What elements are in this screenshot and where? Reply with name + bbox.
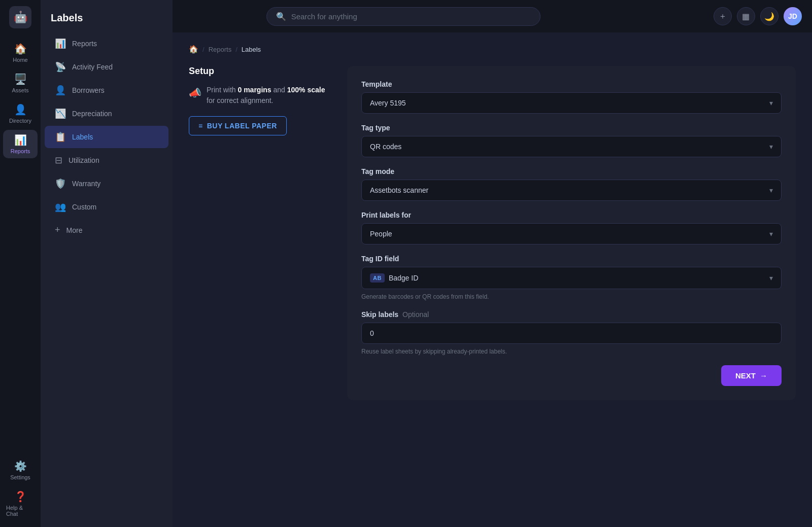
directory-icon: 👤 — [14, 103, 27, 116]
breadcrumb-reports[interactable]: Reports — [209, 46, 232, 53]
left-navigation: 🤖 🏠 Home 🖥️ Assets 👤 Directory 📊 Reports… — [0, 0, 41, 527]
avatar[interactable]: JD — [784, 7, 802, 25]
sub-nav-labels[interactable]: 📋 Labels — [45, 126, 168, 148]
search-placeholder: Search for anything — [291, 12, 357, 21]
tag-type-label: Tag type — [361, 124, 782, 132]
setup-info: 📣 Print with 0 margins and 100% scale fo… — [189, 85, 331, 106]
breadcrumb-labels: Labels — [242, 46, 261, 53]
settings-icon: ⚙️ — [14, 460, 27, 472]
chevron-down-icon: ▾ — [769, 274, 773, 282]
sub-nav-more[interactable]: + More — [45, 219, 168, 241]
tag-id-hint: Generate barcodes or QR codes from this … — [361, 293, 782, 300]
next-button-label: NEXT — [735, 371, 756, 380]
next-button[interactable]: NEXT → — [721, 365, 782, 386]
sub-nav-label: Utilization — [69, 156, 99, 164]
dark-mode-button[interactable]: 🌙 — [760, 7, 779, 25]
add-button[interactable]: ＋ — [714, 7, 732, 25]
tag-mode-group: Tag mode Assetbots scanner ▾ — [361, 167, 782, 201]
reports-icon: 📊 — [14, 134, 27, 146]
setup-panel: Setup 📣 Print with 0 margins and 100% sc… — [189, 66, 331, 135]
print-labels-select[interactable]: People ▾ — [361, 223, 782, 244]
sidebar-item-help[interactable]: ❓ Help & Chat — [3, 486, 38, 521]
sidebar-item-label: Assets — [12, 87, 28, 93]
borrowers-icon: 👤 — [55, 85, 66, 96]
sidebar-item-label: Reports — [11, 148, 30, 154]
skip-labels-group: Skip labels Optional Reuse label sheets … — [361, 310, 782, 355]
skip-labels-label: Skip labels Optional — [361, 310, 782, 319]
page-title: Labels — [41, 8, 173, 32]
sub-nav-activity-feed[interactable]: 📡 Activity Feed — [45, 56, 168, 78]
chevron-down-icon: ▾ — [769, 230, 773, 238]
margin-highlight: 0 margins — [238, 86, 271, 94]
nav-bottom: ⚙️ Settings ❓ Help & Chat — [0, 456, 41, 521]
reports-sub-icon: 📊 — [55, 38, 66, 49]
scale-highlight: 100% scale — [287, 86, 325, 94]
badge-icon: AB — [370, 273, 385, 283]
template-value: Avery 5195 — [370, 99, 406, 107]
tag-type-value: QR codes — [370, 143, 401, 151]
sub-nav-borrowers[interactable]: 👤 Borrowers — [45, 79, 168, 101]
skip-labels-hint: Reuse label sheets by skipping already-p… — [361, 348, 782, 355]
sidebar-item-label: Help & Chat — [6, 505, 35, 517]
sub-nav-label: Custom — [72, 203, 96, 211]
assets-icon: 🖥️ — [14, 73, 27, 85]
buy-btn-label: BUY LABEL PAPER — [207, 122, 277, 130]
print-labels-label: Print labels for — [361, 211, 782, 219]
more-icon: + — [55, 225, 60, 235]
tag-id-select[interactable]: AB Badge ID ▾ — [361, 267, 782, 289]
sidebar-item-assets[interactable]: 🖥️ Assets — [3, 69, 38, 97]
tag-type-select[interactable]: QR codes ▾ — [361, 136, 782, 157]
form-panel: Template Avery 5195 ▾ Tag type QR codes … — [347, 66, 796, 400]
header: 🔍 Search for anything ＋ ▦ 🌙 JD — [173, 0, 812, 32]
sub-nav-utilization[interactable]: ⊟ Utilization — [45, 149, 168, 171]
depreciation-icon: 📉 — [55, 108, 66, 119]
sidebar-item-label: Directory — [9, 118, 31, 124]
app-logo[interactable]: 🤖 — [9, 6, 31, 28]
buy-label-paper-button[interactable]: ≡ BUY LABEL PAPER — [189, 116, 287, 135]
tag-id-label: Tag ID field — [361, 255, 782, 263]
search-bar[interactable]: 🔍 Search for anything — [266, 7, 540, 26]
skip-labels-input[interactable] — [361, 323, 782, 344]
print-labels-group: Print labels for People ▾ — [361, 211, 782, 244]
tag-id-group: Tag ID field AB Badge ID ▾ Generate barc… — [361, 255, 782, 300]
sidebar-item-home[interactable]: 🏠 Home — [3, 39, 38, 67]
home-breadcrumb[interactable]: 🏠 — [189, 45, 198, 54]
tag-mode-label: Tag mode — [361, 167, 782, 175]
sub-nav-reports[interactable]: 📊 Reports — [45, 32, 168, 55]
header-actions: ＋ ▦ 🌙 JD — [714, 7, 802, 25]
sub-nav-label: Depreciation — [72, 110, 112, 118]
sub-nav-warranty[interactable]: 🛡️ Warranty — [45, 172, 168, 195]
sub-nav-depreciation[interactable]: 📉 Depreciation — [45, 102, 168, 125]
sub-navigation: Labels 📊 Reports 📡 Activity Feed 👤 Borro… — [41, 0, 173, 527]
badge-id-row: AB Badge ID — [370, 273, 418, 283]
logo-icon: 🤖 — [14, 11, 27, 24]
scanner-button[interactable]: ▦ — [737, 7, 755, 25]
sidebar-item-label: Settings — [10, 474, 30, 480]
template-select[interactable]: Avery 5195 ▾ — [361, 92, 782, 114]
sub-nav-custom[interactable]: 👥 Custom — [45, 196, 168, 218]
buy-btn-icon: ≡ — [198, 122, 203, 130]
optional-label: Optional — [402, 310, 429, 319]
chevron-down-icon: ▾ — [769, 99, 773, 107]
custom-icon: 👥 — [55, 201, 66, 213]
template-label: Template — [361, 80, 782, 88]
warranty-icon: 🛡️ — [55, 178, 66, 189]
sub-nav-label: Reports — [72, 40, 97, 48]
arrow-right-icon: → — [760, 371, 767, 380]
chevron-down-icon: ▾ — [769, 143, 773, 151]
sub-nav-label: Labels — [72, 133, 93, 141]
sub-nav-label: Borrowers — [72, 86, 105, 94]
sidebar-item-directory[interactable]: 👤 Directory — [3, 99, 38, 128]
tag-mode-value: Assetbots scanner — [370, 186, 428, 194]
sub-nav-label: Activity Feed — [72, 63, 113, 71]
utilization-icon: ⊟ — [55, 155, 62, 166]
tag-mode-select[interactable]: Assetbots scanner ▾ — [361, 180, 782, 201]
sidebar-item-label: Home — [13, 57, 27, 63]
sub-nav-label: More — [66, 226, 83, 234]
template-group: Template Avery 5195 ▾ — [361, 80, 782, 114]
main-area: 🔍 Search for anything ＋ ▦ 🌙 JD 🏠 / Repor… — [173, 0, 812, 527]
chevron-down-icon: ▾ — [769, 186, 773, 194]
sidebar-item-reports[interactable]: 📊 Reports — [3, 130, 38, 158]
activity-feed-icon: 📡 — [55, 61, 66, 73]
sidebar-item-settings[interactable]: ⚙️ Settings — [3, 456, 38, 484]
